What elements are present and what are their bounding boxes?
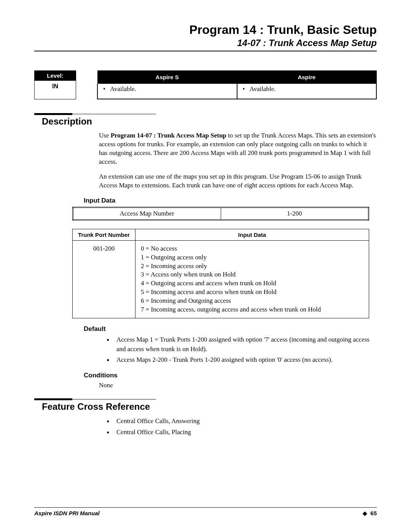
footer-manual-name: Aspire ISDN PRI Manual bbox=[34, 510, 100, 517]
description-p2: An extension can use one of the maps you… bbox=[99, 173, 377, 190]
diamond-icon: ◆ bbox=[363, 510, 367, 516]
list-item: Access Maps 2-200 - Trunk Ports 1-200 as… bbox=[107, 355, 377, 365]
page-footer: Aspire ISDN PRI Manual ◆65 bbox=[34, 507, 377, 517]
level-value: IN bbox=[35, 81, 76, 99]
input-data-heading: Input Data bbox=[84, 197, 377, 204]
section-bar-icon bbox=[34, 398, 72, 400]
aspire-s-header: Aspire S bbox=[97, 70, 237, 84]
page-subtitle: 14-07 : Trunk Access Map Setup bbox=[34, 38, 377, 48]
list-item: Central Office Calls, Placing bbox=[107, 428, 377, 437]
footer-rule bbox=[34, 507, 377, 508]
desc-pre: Use bbox=[99, 132, 111, 139]
page-header: Program 14 : Trunk, Basic Setup 14-07 : … bbox=[34, 23, 377, 48]
t1-c1: Access Map Number bbox=[73, 207, 221, 220]
desc-bold: Program 14-07 : Trunk Access Map Setup bbox=[111, 132, 226, 139]
conditions-text: None bbox=[99, 382, 377, 389]
t2-h1: Trunk Port Number bbox=[73, 229, 135, 240]
aspire-value: Available. bbox=[237, 84, 377, 99]
default-list: Access Map 1 = Trunk Ports 1-200 assigne… bbox=[107, 335, 377, 365]
list-item: Central Office Calls, Answering bbox=[107, 417, 377, 426]
section-line-icon bbox=[72, 114, 156, 114]
level-label: Level: bbox=[35, 71, 76, 81]
footer-page-number: 65 bbox=[370, 510, 377, 516]
level-table: Level: IN bbox=[34, 70, 76, 99]
conditions-heading: Conditions bbox=[84, 372, 377, 379]
t2-r1c1: 001-200 bbox=[73, 240, 135, 318]
list-item: Access Map 1 = Trunk Ports 1-200 assigne… bbox=[107, 335, 377, 354]
description-p1: Use Program 14-07 : Trunk Access Map Set… bbox=[99, 131, 377, 166]
input-data-table-2: Trunk Port Number Input Data 001-200 0 =… bbox=[72, 229, 369, 319]
aspire-table: Aspire S Aspire Available. Available. bbox=[97, 70, 377, 99]
bullet-icon bbox=[243, 85, 250, 93]
description-heading-wrap: Description bbox=[42, 115, 377, 127]
t1-c2: 1-200 bbox=[221, 207, 369, 220]
section-line-icon bbox=[72, 399, 156, 399]
t2-r1c2: 0 = No access 1 = Outgoing access only 2… bbox=[135, 240, 369, 318]
aspire-s-text: Available. bbox=[110, 85, 136, 93]
header-rule bbox=[34, 51, 377, 51]
t2-h2: Input Data bbox=[135, 229, 369, 240]
default-heading: Default bbox=[84, 325, 377, 333]
aspire-s-value: Available. bbox=[97, 84, 237, 99]
footer-page: ◆65 bbox=[363, 510, 377, 517]
page: Program 14 : Trunk, Basic Setup 14-07 : … bbox=[0, 0, 411, 532]
feature-heading-wrap: Feature Cross Reference bbox=[42, 400, 377, 412]
aspire-header: Aspire bbox=[237, 70, 377, 84]
footer-row: Aspire ISDN PRI Manual ◆65 bbox=[34, 510, 377, 517]
feature-heading: Feature Cross Reference bbox=[42, 400, 377, 412]
info-row: Level: IN Aspire S Aspire Available. Ava… bbox=[34, 70, 377, 99]
bullet-icon bbox=[103, 85, 110, 93]
aspire-text: Available. bbox=[249, 85, 276, 93]
input-data-table-1: Access Map Number 1-200 bbox=[72, 207, 369, 220]
section-bar-icon bbox=[34, 113, 72, 115]
feature-list: Central Office Calls, Answering Central … bbox=[107, 417, 377, 437]
page-title: Program 14 : Trunk, Basic Setup bbox=[34, 23, 377, 37]
description-heading: Description bbox=[42, 115, 377, 127]
